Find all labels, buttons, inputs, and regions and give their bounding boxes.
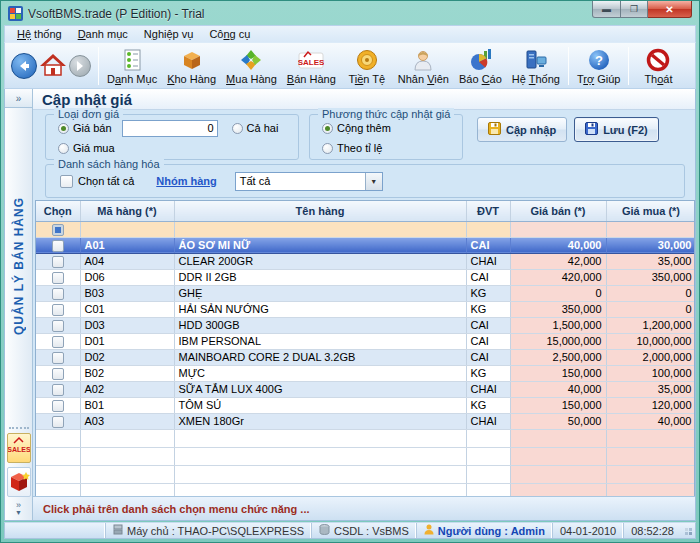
- toolbar-button-label: Báo Cáo: [459, 73, 502, 85]
- table-row[interactable]: A04CLEAR 200GRCHAI42,00035,000: [36, 253, 695, 269]
- toolbar-button-tien-te[interactable]: Tiền Tệ: [341, 44, 393, 88]
- price-type-group: Loại đơn giá Giá bán Cả hai Giá mua: [45, 114, 299, 160]
- window-title: VsoftBMS.trade (P Edition) - Trial: [28, 7, 205, 21]
- radio-ca-hai[interactable]: [232, 123, 243, 134]
- toolbar-button-bao-cao[interactable]: Báo Cáo: [454, 44, 507, 88]
- radio-gia-ban[interactable]: [58, 123, 69, 134]
- back-button[interactable]: [11, 53, 37, 79]
- toolbar-button-kho-hang[interactable]: Kho Hàng: [162, 44, 221, 88]
- status-date: 04-01-2010: [552, 523, 623, 538]
- menu-nghiep-vu[interactable]: Nghiệp vụ: [136, 27, 202, 41]
- table-row[interactable]: B03GHẸKG00: [36, 285, 695, 301]
- menu-he-thong[interactable]: Hệ thống: [9, 27, 70, 41]
- svg-text:?: ?: [595, 53, 603, 68]
- table-row[interactable]: A01ÁO SƠ MI NỮCAI40,00030,000: [36, 237, 695, 253]
- save-disk-gold-icon: [488, 122, 501, 137]
- purchase-arrows-icon: [239, 46, 263, 72]
- save-button[interactable]: Lưu (F2): [574, 117, 659, 142]
- menu-bar: Hệ thống Danh mục Nghiệp vụ Công cụ: [4, 25, 696, 42]
- toolbar-button-label: Thoát: [644, 73, 672, 85]
- minimize-button[interactable]: ▬: [592, 1, 621, 18]
- table-row[interactable]: D03HDD 300GBCAI1,500,0001,200,000: [36, 317, 695, 333]
- menu-danh-muc[interactable]: Danh mục: [70, 27, 136, 41]
- column-header[interactable]: ĐVT: [466, 201, 510, 221]
- table-body: A01ÁO SƠ MI NỮCAI40,00030,000A04CLEAR 20…: [36, 237, 695, 496]
- table-row[interactable]: A02SỮA TẮM LUX 400GCHAI40,00035,000: [36, 381, 695, 397]
- row-checkbox[interactable]: [52, 336, 64, 348]
- radio-gia-mua[interactable]: [58, 143, 69, 154]
- toolbar-button-label: Hệ Thống: [512, 73, 560, 85]
- row-checkbox[interactable]: [52, 368, 64, 380]
- radio-cong-them[interactable]: [322, 123, 333, 134]
- status-user: Người dùng : Admin: [416, 523, 552, 538]
- group-filter-link[interactable]: Nhóm hàng: [156, 175, 217, 187]
- row-checkbox[interactable]: [52, 256, 64, 268]
- home-button[interactable]: [39, 52, 67, 80]
- toolbar-button-tro-giup[interactable]: ? Trợ Giúp: [572, 44, 626, 88]
- table-row[interactable]: C01HẢI SẢN NƯỚNGKG350,0000: [36, 301, 695, 317]
- row-checkbox[interactable]: [52, 352, 64, 364]
- filter-row: [36, 221, 695, 237]
- row-checkbox[interactable]: [52, 272, 64, 284]
- toolbar-button-nhan-vien[interactable]: Nhân Viên: [393, 44, 454, 88]
- empty-row: [36, 465, 695, 483]
- sidebar-package-button[interactable]: [7, 467, 31, 497]
- close-button[interactable]: ✕: [648, 1, 692, 18]
- table-row[interactable]: D01IBM PERSONALCAI15,000,00010,000,000: [36, 333, 695, 349]
- server-icon: [113, 524, 123, 537]
- row-checkbox[interactable]: [52, 288, 64, 300]
- table-row[interactable]: A03XMEN 180GrCHAI50,00040,000: [36, 413, 695, 429]
- toolbar-button-he-thong[interactable]: Hệ Thống: [507, 44, 565, 88]
- menu-cong-cu[interactable]: Công cụ: [201, 27, 258, 41]
- toolbar-button-thoat[interactable]: Thoát: [632, 44, 684, 88]
- row-checkbox[interactable]: [52, 304, 64, 316]
- column-header[interactable]: Mã hàng (*): [80, 201, 174, 221]
- person-icon: [411, 46, 435, 72]
- row-checkbox[interactable]: [52, 400, 64, 412]
- sales-icon: SALES: [298, 46, 324, 72]
- column-header[interactable]: Chọn: [36, 201, 80, 221]
- empty-row: [36, 447, 695, 465]
- update-button[interactable]: Cập nhập: [477, 117, 567, 142]
- toolbar-button-label: Bán Hàng: [287, 73, 336, 85]
- group-filter-combo[interactable]: Tất cả ▼: [235, 172, 383, 191]
- user-icon: [424, 524, 434, 537]
- chevron-down-icon[interactable]: ▼: [365, 173, 382, 190]
- radio-ca-hai-label: Cả hai: [247, 122, 279, 134]
- column-header[interactable]: Giá bán (*): [510, 201, 606, 221]
- column-header[interactable]: Tên hàng: [174, 201, 466, 221]
- resize-grip[interactable]: [681, 523, 695, 538]
- radio-gia-mua-label: Giá mua: [73, 142, 115, 154]
- column-header[interactable]: Giá mua (*): [606, 201, 695, 221]
- table-row[interactable]: D02MAINBOARD CORE 2 DUAL 3.2GBCAI2,500,0…: [36, 349, 695, 365]
- product-table: Chọn Mã hàng (*) Tên hàng ĐVT Giá bán (*…: [36, 201, 695, 496]
- toolbar-button-label: Danh Mục: [107, 73, 157, 85]
- toolbar-button-mua-hang[interactable]: Mua Hàng: [221, 44, 282, 88]
- row-checkbox[interactable]: [52, 416, 64, 428]
- table-row[interactable]: D06DDR II 2GBCAI420,000350,000: [36, 269, 695, 285]
- row-checkbox[interactable]: [52, 384, 64, 396]
- table-row[interactable]: B01TÔM SÚKG150,000120,000: [36, 397, 695, 413]
- select-all-checkbox[interactable]: [60, 175, 73, 188]
- app-window: VsoftBMS.trade (P Edition) - Trial ▬ ❐ ✕…: [0, 0, 700, 543]
- radio-theo-ti-le[interactable]: [322, 143, 333, 154]
- combo-value: Tất cả: [236, 175, 365, 187]
- status-database: CSDL : VsBMS: [311, 523, 416, 538]
- forward-button[interactable]: [69, 55, 91, 77]
- row-checkbox[interactable]: [52, 320, 64, 332]
- pie-chart-icon: [468, 46, 492, 72]
- sidebar-overflow-button[interactable]: »▼: [15, 502, 22, 516]
- sidebar-sales-button[interactable]: SALES: [7, 433, 31, 463]
- maximize-button[interactable]: ❐: [621, 1, 648, 18]
- toolbar-button-danh-muc[interactable]: Danh Mục: [102, 44, 162, 88]
- warehouse-box-icon: [180, 46, 204, 72]
- sidebar-expander-button[interactable]: »: [5, 89, 32, 108]
- computer-icon: [524, 46, 548, 72]
- row-checkbox[interactable]: [52, 240, 64, 252]
- product-list-group: Danh sách hàng hóa Chọn tất cả Nhóm hàng…: [45, 164, 685, 198]
- filter-checkbox[interactable]: [52, 224, 64, 236]
- toolbar-button-ban-hang[interactable]: SALES Bán Hàng: [282, 44, 341, 88]
- list-icon: [120, 46, 144, 72]
- table-row[interactable]: B02MỰCKG150,000100,000: [36, 365, 695, 381]
- amount-input[interactable]: [122, 120, 218, 137]
